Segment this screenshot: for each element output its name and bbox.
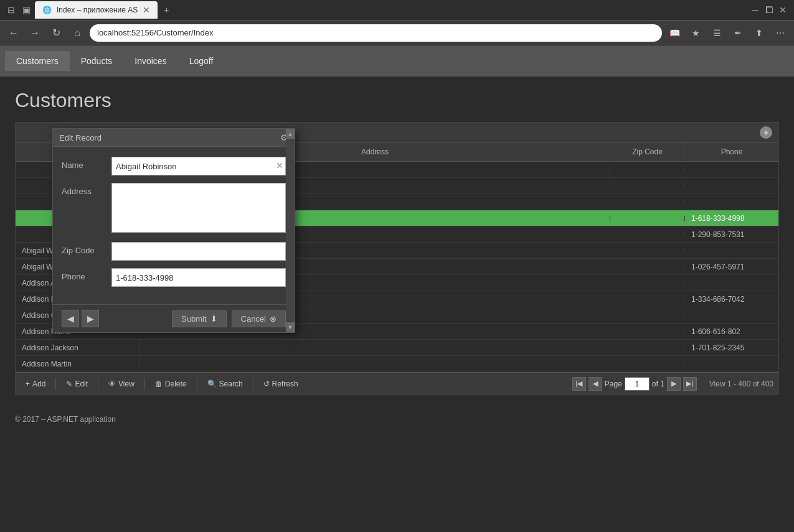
nav-item-logoff[interactable]: Logoff xyxy=(178,51,225,71)
zip-label: Zip Code xyxy=(62,242,105,255)
app-nav: Customers Poducts Invoices Logoff xyxy=(0,45,794,77)
delete-icon: 🗑 xyxy=(155,380,163,388)
cancel-icon: ⊗ xyxy=(270,314,276,324)
form-row-zip: Zip Code xyxy=(62,242,286,261)
close-button[interactable]: ✕ xyxy=(777,4,789,16)
edit-modal: Edit Record ⚙ Name ✕ xyxy=(52,128,295,333)
modal-body: Name ✕ Address xyxy=(53,147,295,304)
minimize-button[interactable]: ─ xyxy=(749,4,762,16)
browser-toolbar: ← → ↻ ⌂ 📖 ★ ☰ ✒ ⬆ ⋯ xyxy=(0,20,794,45)
page-next-button[interactable]: ▶ xyxy=(667,377,681,391)
search-button[interactable]: 🔍 Search xyxy=(202,377,248,391)
modal-title: Edit Record xyxy=(59,133,102,142)
refresh-button[interactable]: ↺ Refresh xyxy=(258,377,303,391)
cancel-button[interactable]: Cancel ⊗ xyxy=(232,310,286,327)
back-button[interactable]: ← xyxy=(5,24,22,42)
edit-button[interactable]: ✎ Edit xyxy=(61,377,93,391)
col-header-phone: Phone xyxy=(685,142,778,161)
delete-button[interactable]: 🗑 Delete xyxy=(150,377,192,391)
form-row-address: Address xyxy=(62,183,286,235)
table-top-add-icon[interactable]: + xyxy=(760,126,772,139)
zip-input[interactable] xyxy=(111,242,286,261)
name-input[interactable] xyxy=(111,157,286,175)
browser-tab[interactable]: 🌐 Index – приложение AS ✕ xyxy=(35,1,158,19)
home-button[interactable]: ⌂ xyxy=(69,24,86,42)
page-of-label: of 1 xyxy=(652,380,664,388)
name-label: Name xyxy=(62,157,105,170)
modal-next-button[interactable]: ▶ xyxy=(82,310,99,327)
page-title: Customers xyxy=(15,89,779,112)
address-input-wrap xyxy=(111,183,286,235)
address-label: Address xyxy=(62,183,105,196)
toolbar-sep-5 xyxy=(253,378,253,390)
footer: © 2017 – ASP.NET application xyxy=(0,408,794,431)
scroll-down-arrow[interactable]: ▼ xyxy=(286,322,295,332)
view-button[interactable]: 👁 View xyxy=(103,377,139,391)
profile-button[interactable]: ✒ xyxy=(729,24,747,42)
window-icon: ⊟ xyxy=(5,4,17,16)
tab-icon: ▣ xyxy=(20,4,32,16)
pagination: |◀ ◀ Page of 1 ▶ ▶| View 1 - 400 of 400 xyxy=(572,377,773,391)
bookmark-bar-button[interactable]: ☰ xyxy=(708,24,725,42)
toolbar-sep-2 xyxy=(98,378,98,390)
toolbar-sep-1 xyxy=(55,378,56,390)
browser-chrome: ⊟ ▣ 🌐 Index – приложение AS ✕ + ─ ⧠ ✕ ← … xyxy=(0,0,794,45)
forward-button[interactable]: → xyxy=(26,24,44,42)
bottom-toolbar: + Add ✎ Edit 👁 View 🗑 Delete xyxy=(16,372,778,394)
nav-item-products[interactable]: Poducts xyxy=(70,51,124,71)
content-area: + Address Zip Code Phone ooo xyxy=(15,122,779,395)
modal-prev-button[interactable]: ◀ xyxy=(62,310,79,327)
reload-button[interactable]: ↻ xyxy=(47,24,65,42)
modal-nav-buttons: ◀ ▶ xyxy=(62,310,99,327)
modal-footer: ◀ ▶ Submit ⬇ Cancel ⊗ xyxy=(53,304,295,332)
col-header-zip: Zip Code xyxy=(610,142,685,161)
share-button[interactable]: ⬆ xyxy=(750,24,768,42)
toolbar-sep-3 xyxy=(144,378,145,390)
bookmark-star-button[interactable]: ★ xyxy=(687,24,704,42)
view-info: View 1 - 400 of 400 xyxy=(709,380,773,388)
page-last-button[interactable]: ▶| xyxy=(683,377,697,391)
address-textarea[interactable] xyxy=(111,183,286,233)
phone-input-wrap xyxy=(111,268,286,287)
footer-text: © 2017 – ASP.NET application xyxy=(15,415,116,424)
nav-item-invoices[interactable]: Invoices xyxy=(123,51,177,71)
bookmark-reading-list-button[interactable]: 📖 xyxy=(666,24,683,42)
modal-header: Edit Record ⚙ xyxy=(53,129,295,147)
browser-tab-favicon: 🌐 xyxy=(42,6,52,14)
refresh-icon: ↺ xyxy=(263,380,270,388)
maximize-button[interactable]: ⧠ xyxy=(763,4,775,16)
table-row[interactable]: Addison Jackson 1-701-825-2345 xyxy=(16,340,778,356)
form-row-phone: Phone xyxy=(62,268,286,287)
browser-tab-close[interactable]: ✕ xyxy=(143,5,150,15)
add-button[interactable]: + Add xyxy=(21,377,50,391)
new-tab-button[interactable]: + xyxy=(160,4,173,16)
name-input-wrap: ✕ xyxy=(111,157,286,175)
address-bar[interactable] xyxy=(90,24,662,42)
menu-button[interactable]: ⋯ xyxy=(772,24,789,42)
phone-input[interactable] xyxy=(111,268,286,287)
toolbar-sep-4 xyxy=(197,378,197,390)
submit-button[interactable]: Submit ⬇ xyxy=(172,310,226,327)
zip-input-wrap xyxy=(111,242,286,261)
search-icon: 🔍 xyxy=(207,380,217,388)
page-label: Page xyxy=(605,380,622,388)
scroll-up-arrow[interactable]: ▲ xyxy=(286,129,295,139)
page-first-button[interactable]: |◀ xyxy=(572,377,586,391)
form-row-name: Name ✕ xyxy=(62,157,286,175)
view-icon: 👁 xyxy=(108,380,116,388)
submit-icon: ⬇ xyxy=(210,314,217,324)
page-input[interactable] xyxy=(625,377,650,391)
nav-item-customers[interactable]: Customers xyxy=(5,51,70,71)
add-icon: + xyxy=(26,380,30,388)
browser-titlebar: ⊟ ▣ 🌐 Index – приложение AS ✕ + ─ ⧠ ✕ xyxy=(0,0,794,20)
modal-body-wrap: Name ✕ Address xyxy=(53,147,295,304)
phone-label: Phone xyxy=(62,268,105,281)
name-clear-button[interactable]: ✕ xyxy=(276,161,283,170)
modal-action-buttons: Submit ⬇ Cancel ⊗ xyxy=(172,310,286,327)
modal-scrollbar: ▲ ▼ xyxy=(286,129,295,332)
scroll-track xyxy=(286,139,295,322)
table-row[interactable]: Addison Martin xyxy=(16,356,778,372)
page-prev-button[interactable]: ◀ xyxy=(588,377,602,391)
main-content: Customers + Address Zip Code Phone ooo xyxy=(0,77,794,408)
cancel-label: Cancel xyxy=(241,314,266,324)
